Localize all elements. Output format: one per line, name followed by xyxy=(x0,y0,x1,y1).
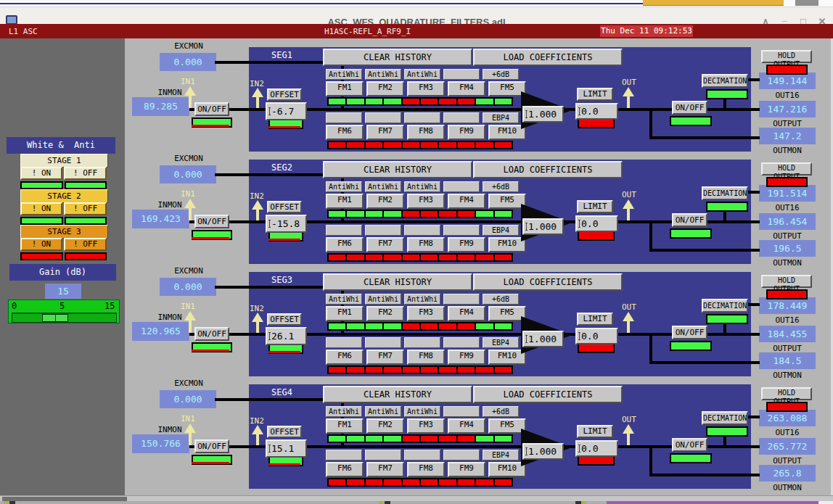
filter-state-cell xyxy=(347,479,364,485)
fm-button-fm7[interactable]: FM7 xyxy=(366,462,404,477)
out16-label: OUT16 xyxy=(759,91,816,100)
input-onoff-button[interactable]: ON/OFF xyxy=(194,215,229,228)
fm-button-fm9[interactable]: FM9 xyxy=(448,350,485,365)
limit-entry[interactable]: 0.0 xyxy=(575,328,618,344)
offset-entry[interactable]: 15.1 xyxy=(266,439,307,458)
in2-arrow-icon xyxy=(252,313,263,322)
decimation-button[interactable]: DECIMATION xyxy=(702,299,748,313)
load-coefficients-button[interactable]: LOAD COEFFICIENTS xyxy=(473,49,623,66)
fm-button-fm1[interactable]: FM1 xyxy=(326,81,364,96)
limit-entry[interactable]: 0.0 xyxy=(575,215,618,232)
fm-button-fm4[interactable]: FM4 xyxy=(448,194,485,209)
gain-entry[interactable]: 1.000 xyxy=(522,331,564,347)
fm-button-fm4[interactable]: FM4 xyxy=(448,418,485,434)
fm-button-fm7[interactable]: FM7 xyxy=(366,237,404,252)
fm-button-fm2[interactable]: FM2 xyxy=(366,418,404,434)
filter-slot-label xyxy=(326,112,362,123)
fm-button-fm9[interactable]: FM9 xyxy=(448,462,485,477)
filter-state-cell xyxy=(439,479,456,485)
filter-state-cell xyxy=(329,436,345,442)
titlebar[interactable]: ASC_WFS_QUADRATURE_FILTERS.adl ∧ _ □ ✕ xyxy=(0,7,833,25)
filter-state-cell xyxy=(495,142,512,148)
hold-output-button[interactable]: HOLD OUTPUT xyxy=(761,387,812,400)
hold-output-button[interactable]: HOLD OUTPUT xyxy=(761,50,812,63)
fm-button-fm6[interactable]: FM6 xyxy=(326,350,364,365)
limit-button[interactable]: LIMIT xyxy=(577,88,613,101)
output-onoff-button[interactable]: ON/OFF xyxy=(672,101,707,115)
limit-entry[interactable]: 0.0 xyxy=(575,440,618,457)
fm-button-fm4[interactable]: FM4 xyxy=(448,306,485,321)
limit-entry[interactable]: 0.0 xyxy=(575,103,618,120)
offset-button[interactable]: OFFSET xyxy=(267,88,302,101)
fm-button-fm1[interactable]: FM1 xyxy=(326,306,364,321)
filter-state-cell xyxy=(366,323,382,329)
hold-output-button[interactable]: HOLD OUTPUT xyxy=(761,162,812,175)
fm-button-fm6[interactable]: FM6 xyxy=(326,125,364,140)
fm-button-fm8[interactable]: FM8 xyxy=(407,125,445,140)
fm-button-fm3[interactable]: FM3 xyxy=(407,418,445,434)
segment-title: SEG1 xyxy=(271,50,292,60)
filter-state-cell xyxy=(366,255,382,260)
fm-button-fm8[interactable]: FM8 xyxy=(407,462,445,477)
fm-button-fm3[interactable]: FM3 xyxy=(407,306,445,321)
filter-labels-row2: EBP4 xyxy=(326,112,519,123)
fm-button-fm8[interactable]: FM8 xyxy=(407,237,445,252)
limit-indicator xyxy=(578,343,615,353)
decimation-button[interactable]: DECIMATION xyxy=(702,411,748,425)
excmon-label: EXCMON xyxy=(161,379,216,388)
gain-entry[interactable]: 1.000 xyxy=(522,443,564,460)
background-window-fragment2 xyxy=(795,0,818,6)
clear-history-button[interactable]: CLEAR HISTORY xyxy=(323,273,472,291)
filter-slot-label xyxy=(443,112,480,123)
gain-entry[interactable]: 1.000 xyxy=(522,106,564,123)
clear-history-button[interactable]: CLEAR HISTORY xyxy=(323,386,472,403)
fm-button-fm7[interactable]: FM7 xyxy=(366,125,404,140)
load-coefficients-button[interactable]: LOAD COEFFICIENTS xyxy=(473,386,623,403)
ifo-header: L1 ASC H1ASC-REFL_A_RF9_I Thu Dec 11 09:… xyxy=(0,24,833,38)
output-onoff-button[interactable]: ON/OFF xyxy=(672,213,707,227)
fm-button-fm9[interactable]: FM9 xyxy=(448,237,485,252)
fm-button-fm3[interactable]: FM3 xyxy=(407,81,445,96)
fm-button-fm2[interactable]: FM2 xyxy=(366,306,404,321)
filter-slot-label: EBP4 xyxy=(483,337,519,348)
filter-state-cell xyxy=(403,142,419,148)
offset-entry[interactable]: -15.8 xyxy=(266,215,307,233)
input-onoff-button[interactable]: ON/OFF xyxy=(194,327,229,341)
limit-button[interactable]: LIMIT xyxy=(577,425,613,438)
offset-button[interactable]: OFFSET xyxy=(267,201,302,213)
output-onoff-button[interactable]: ON/OFF xyxy=(672,326,707,339)
fm-button-fm1[interactable]: FM1 xyxy=(326,418,364,434)
hold-output-button[interactable]: HOLD OUTPUT xyxy=(761,275,812,288)
offset-entry[interactable]: 26.1 xyxy=(266,327,307,345)
decimation-button[interactable]: DECIMATION xyxy=(702,186,748,200)
filter-slot-label: AntiWhi xyxy=(365,294,401,305)
offset-button[interactable]: OFFSET xyxy=(267,426,302,438)
filter-slot-label xyxy=(365,337,401,348)
fm-button-fm4[interactable]: FM4 xyxy=(448,81,485,96)
fm-button-fm2[interactable]: FM2 xyxy=(366,81,404,96)
limit-button[interactable]: LIMIT xyxy=(577,200,613,213)
input-onoff-button[interactable]: ON/OFF xyxy=(194,439,229,453)
decimation-button[interactable]: DECIMATION xyxy=(702,74,748,88)
load-coefficients-button[interactable]: LOAD COEFFICIENTS xyxy=(473,161,623,178)
input-onoff-button[interactable]: ON/OFF xyxy=(194,102,229,116)
in2-arrow-icon xyxy=(252,200,263,210)
fm-button-fm3[interactable]: FM3 xyxy=(407,194,445,209)
fm-button-fm9[interactable]: FM9 xyxy=(448,125,485,140)
fm-button-fm8[interactable]: FM8 xyxy=(407,350,445,365)
fm-button-fm7[interactable]: FM7 xyxy=(366,350,404,365)
clear-history-button[interactable]: CLEAR HISTORY xyxy=(323,49,472,66)
offset-button[interactable]: OFFSET xyxy=(267,313,302,326)
minimize-button[interactable]: _ xyxy=(777,12,792,22)
gain-entry[interactable]: 1.000 xyxy=(522,218,564,235)
filter-state-cell xyxy=(384,367,401,373)
output-onoff-button[interactable]: ON/OFF xyxy=(672,438,707,452)
offset-entry[interactable]: -6.7 xyxy=(266,102,307,120)
fm-button-fm1[interactable]: FM1 xyxy=(326,194,364,209)
load-coefficients-button[interactable]: LOAD COEFFICIENTS xyxy=(473,273,623,291)
fm-button-fm6[interactable]: FM6 xyxy=(326,462,364,477)
clear-history-button[interactable]: CLEAR HISTORY xyxy=(323,161,472,178)
fm-button-fm2[interactable]: FM2 xyxy=(366,194,404,209)
fm-button-fm6[interactable]: FM6 xyxy=(326,237,364,252)
limit-button[interactable]: LIMIT xyxy=(577,313,613,326)
